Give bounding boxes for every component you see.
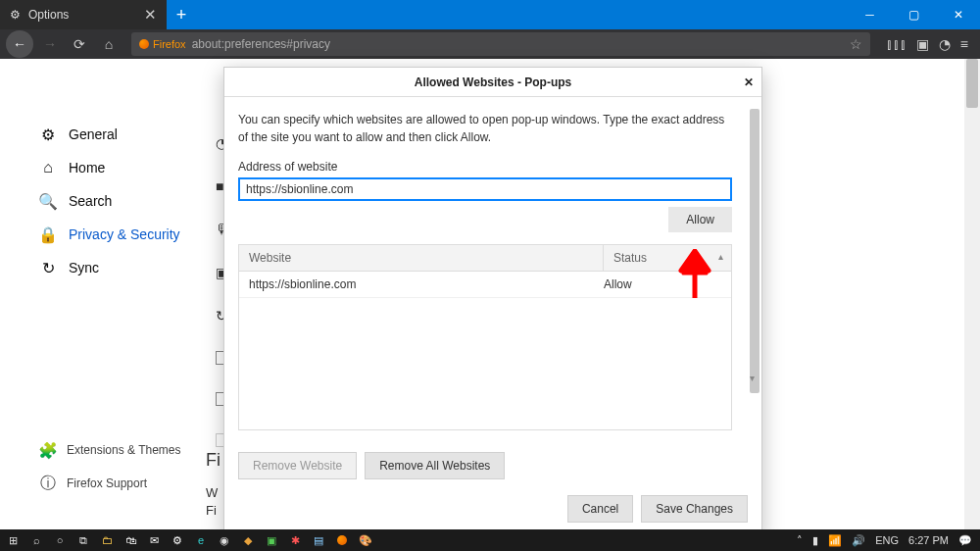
exceptions-table: Website Status▴ https://sbionline.com Al… bbox=[238, 244, 732, 430]
notifications-icon[interactable]: 💬 bbox=[958, 534, 972, 547]
lock-icon: 🔒 bbox=[39, 225, 57, 243]
close-tab-icon[interactable]: ✕ bbox=[144, 6, 157, 24]
search-icon[interactable]: ⌕ bbox=[27, 531, 45, 549]
sidebar-item-extensions[interactable]: 🧩 Extensions & Themes bbox=[29, 433, 191, 467]
preferences-sidebar: ⚙ General ⌂ Home 🔍 Search 🔒 Privacy & Se… bbox=[0, 59, 206, 529]
sidebar-item-label: Search bbox=[69, 193, 112, 209]
system-tray: ˄ ▮ 📶 🔊 ENG 6:27 PM 💬 bbox=[797, 534, 976, 547]
task-view-icon[interactable]: ⧉ bbox=[74, 531, 92, 549]
library-icon[interactable]: ⫿⫿⫿ bbox=[886, 36, 906, 52]
new-tab-button[interactable]: + bbox=[167, 0, 196, 29]
windows-taskbar: ⊞ ⌕ ○ ⧉ 🗀 🛍 ✉ ⚙ e ◉ ◆ ▣ ✱ ▤ 🎨 ˄ ▮ 📶 🔊 EN… bbox=[0, 529, 980, 551]
puzzle-icon: 🧩 bbox=[39, 441, 57, 459]
remove-website-button: Remove Website bbox=[238, 452, 357, 479]
window-maximize-button[interactable]: ▢ bbox=[892, 0, 936, 29]
volume-icon[interactable]: 🔊 bbox=[852, 534, 865, 547]
forward-button: → bbox=[37, 31, 63, 57]
bookmark-star-icon[interactable]: ☆ bbox=[850, 36, 862, 52]
scrollbar-thumb[interactable] bbox=[750, 109, 760, 393]
row-website: https://sbionline.com bbox=[249, 277, 604, 291]
column-website[interactable]: Website bbox=[239, 245, 604, 271]
help-icon: ⓘ bbox=[39, 475, 57, 492]
sidebar-item-label: Firefox Support bbox=[67, 476, 147, 490]
browser-tab-options[interactable]: Options ✕ bbox=[0, 0, 167, 29]
popups-exceptions-modal: Allowed Websites - Pop-ups ✕ You can spe… bbox=[223, 67, 762, 537]
file-explorer-icon[interactable]: 🗀 bbox=[98, 531, 116, 549]
sidebar-item-label: Home bbox=[69, 160, 105, 175]
tab-title: Options bbox=[28, 8, 69, 22]
chevron-down-icon[interactable]: ▾ bbox=[750, 373, 755, 383]
back-button[interactable]: ← bbox=[6, 30, 33, 58]
app-icon[interactable]: ▣ bbox=[263, 531, 280, 549]
gear-icon bbox=[10, 8, 21, 22]
chrome-icon[interactable]: ◉ bbox=[216, 531, 233, 549]
window-titlebar: Options ✕ + ─ ▢ ✕ bbox=[0, 0, 980, 29]
sidebar-item-label: General bbox=[69, 126, 118, 142]
mail-icon[interactable]: ✉ bbox=[145, 531, 163, 549]
scrollbar-thumb[interactable] bbox=[966, 59, 978, 108]
settings-icon[interactable]: ⚙ bbox=[169, 531, 186, 549]
sidebar-item-privacy[interactable]: 🔒 Privacy & Security bbox=[29, 218, 206, 251]
sidebar-item-label: Sync bbox=[69, 260, 99, 276]
url-bar[interactable]: Firefox about:preferences#privacy ☆ bbox=[131, 32, 870, 56]
start-button[interactable]: ⊞ bbox=[4, 531, 22, 549]
profile-icon[interactable]: ◔ bbox=[939, 36, 951, 52]
save-changes-button[interactable]: Save Changes bbox=[641, 495, 748, 523]
clock[interactable]: 6:27 PM bbox=[908, 534, 949, 546]
app-icon[interactable]: ◆ bbox=[239, 531, 257, 549]
sidebar-toggle-icon[interactable]: ▣ bbox=[916, 36, 929, 52]
sidebar-item-home[interactable]: ⌂ Home bbox=[29, 151, 206, 184]
modal-description: You can specify which websites are allow… bbox=[238, 111, 748, 146]
sync-icon: ↻ bbox=[39, 259, 57, 276]
app-icon[interactable]: ▤ bbox=[310, 531, 327, 549]
address-input[interactable] bbox=[238, 177, 732, 201]
sidebar-item-support[interactable]: ⓘ Firefox Support bbox=[29, 467, 191, 500]
modal-scrollbar[interactable]: ▾ bbox=[750, 109, 760, 376]
allow-button[interactable]: Allow bbox=[668, 207, 732, 232]
browser-navbar: ← → ⟳ ⌂ Firefox about:preferences#privac… bbox=[0, 29, 980, 59]
firefox-icon: Firefox bbox=[139, 38, 186, 50]
column-status[interactable]: Status▴ bbox=[604, 245, 731, 271]
url-text: about:preferences#privacy bbox=[192, 37, 330, 51]
page-scrollbar[interactable] bbox=[964, 59, 980, 529]
modal-title: Allowed Websites - Pop-ups bbox=[415, 75, 571, 89]
store-icon[interactable]: 🛍 bbox=[122, 531, 139, 549]
battery-icon[interactable]: ▮ bbox=[812, 534, 818, 547]
gear-icon: ⚙ bbox=[39, 125, 57, 143]
obscured-text: Fi bbox=[206, 450, 220, 471]
sidebar-item-search[interactable]: 🔍 Search bbox=[29, 184, 206, 218]
cancel-button[interactable]: Cancel bbox=[567, 495, 633, 523]
wifi-icon[interactable]: 📶 bbox=[828, 534, 842, 547]
sidebar-item-label: Extensions & Themes bbox=[67, 443, 181, 457]
address-label: Address of website bbox=[238, 160, 748, 174]
row-status: Allow bbox=[604, 277, 721, 291]
app-icon[interactable]: ✱ bbox=[286, 531, 304, 549]
remove-all-websites-button[interactable]: Remove All Websites bbox=[365, 452, 505, 479]
language-indicator[interactable]: ENG bbox=[875, 534, 899, 546]
edge-icon[interactable]: e bbox=[192, 531, 210, 549]
tray-chevron-icon[interactable]: ˄ bbox=[797, 534, 803, 547]
obscured-text: W bbox=[206, 485, 218, 500]
obscured-text: Fi bbox=[206, 503, 217, 518]
sidebar-item-sync[interactable]: ↻ Sync bbox=[29, 251, 206, 284]
table-row[interactable]: https://sbionline.com Allow bbox=[239, 272, 731, 298]
search-icon: 🔍 bbox=[39, 192, 57, 210]
paint-icon[interactable]: 🎨 bbox=[357, 531, 374, 549]
window-close-button[interactable]: ✕ bbox=[936, 0, 980, 29]
table-header: Website Status▴ bbox=[239, 245, 731, 272]
sidebar-item-label: Privacy & Security bbox=[69, 226, 180, 242]
window-minimize-button[interactable]: ─ bbox=[848, 0, 892, 29]
close-icon[interactable]: ✕ bbox=[744, 75, 754, 89]
cortana-icon[interactable]: ○ bbox=[51, 531, 69, 549]
firefox-taskbar-icon[interactable] bbox=[333, 531, 351, 549]
sidebar-item-general[interactable]: ⚙ General bbox=[29, 118, 206, 151]
home-icon: ⌂ bbox=[39, 159, 57, 176]
reload-button[interactable]: ⟳ bbox=[67, 31, 92, 57]
sort-indicator-icon: ▴ bbox=[718, 251, 723, 262]
menu-icon[interactable]: ≡ bbox=[960, 36, 968, 52]
home-button[interactable]: ⌂ bbox=[96, 31, 122, 57]
modal-header: Allowed Websites - Pop-ups ✕ bbox=[224, 68, 761, 97]
